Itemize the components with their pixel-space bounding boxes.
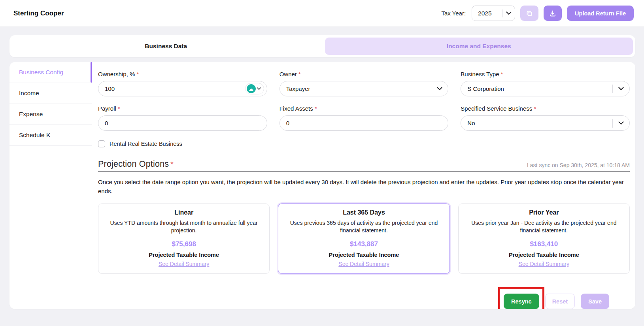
- projection-options-header: Projection Options* Last sync on Sep 30t…: [98, 159, 630, 172]
- card-title: Prior Year: [466, 209, 622, 216]
- business-type-value: [461, 85, 612, 92]
- owner-label: Owner: [280, 71, 297, 77]
- see-detail-summary-link[interactable]: See Detail Summary: [519, 261, 569, 267]
- card-description: Uses previous 365 days of activity as th…: [285, 219, 442, 235]
- save-button[interactable]: Save: [581, 294, 609, 309]
- upload-return-file-button[interactable]: Upload Return File: [567, 6, 634, 21]
- rental-real-estate-row: Rental Real Estate Business: [98, 140, 630, 147]
- download-icon: [549, 10, 556, 17]
- sidebar-item-expense[interactable]: Expense: [9, 104, 92, 125]
- projection-card-prior-year[interactable]: Prior Year Uses prior year Jan - Dec act…: [458, 204, 630, 274]
- payroll-label: Payroll: [98, 105, 116, 112]
- required-marker: *: [501, 71, 503, 77]
- download-button[interactable]: [544, 6, 562, 21]
- field-fixed-assets: Fixed Assets*: [280, 105, 449, 131]
- payroll-input[interactable]: [98, 120, 267, 126]
- copy-icon: [526, 10, 533, 17]
- resync-button[interactable]: Resync: [504, 294, 539, 309]
- chevron-down-icon[interactable]: [431, 87, 448, 90]
- required-marker: *: [315, 105, 317, 112]
- projection-options-title: Projection Options: [98, 159, 169, 169]
- copy-button[interactable]: [520, 6, 538, 21]
- projected-income-amount: $143,887: [285, 240, 442, 248]
- chevron-down-icon: [503, 11, 515, 15]
- rental-real-estate-checkbox[interactable]: [98, 140, 105, 147]
- specified-service-label: Specified Service Business: [461, 105, 532, 112]
- last-sync-timestamp: Last sync on Sep 30th, 2025, at 10:18 AM: [527, 162, 630, 169]
- app-header: Sterling Cooper Tax Year: 2025 Upload Re…: [0, 0, 644, 27]
- see-detail-summary-link[interactable]: See Detail Summary: [338, 261, 389, 267]
- field-business-type: Business Type*: [461, 71, 630, 96]
- card-description: Uses prior year Jan - Dec activity as th…: [466, 219, 622, 235]
- owner-avatar-icon: [247, 84, 256, 93]
- tax-year-value: 2025: [472, 10, 502, 17]
- required-marker: *: [118, 105, 120, 112]
- tab-income-and-expenses[interactable]: Income and Expenses: [323, 35, 636, 57]
- main-panel: Business Config Income Expense Schedule …: [9, 62, 635, 309]
- tax-year-select[interactable]: 2025: [472, 6, 515, 21]
- main-tabs: Business Data Income and Expenses: [9, 35, 635, 57]
- projection-card-last-365-days[interactable]: Last 365 Days Uses previous 365 days of …: [278, 204, 449, 274]
- reset-button[interactable]: Reset: [545, 294, 575, 309]
- form-actions: Resync Reset Save: [98, 284, 630, 309]
- fixed-assets-label: Fixed Assets: [280, 105, 313, 112]
- field-specified-service-business: Specified Service Business*: [461, 105, 630, 131]
- see-detail-summary-link[interactable]: See Detail Summary: [159, 261, 209, 267]
- tax-year-label: Tax Year:: [441, 10, 466, 17]
- chevron-down-icon[interactable]: [613, 87, 629, 90]
- owner-value: [280, 85, 431, 92]
- projection-card-linear[interactable]: Linear Uses YTD amounts through last mon…: [98, 204, 270, 274]
- required-marker: *: [534, 105, 536, 112]
- sidebar-item-business-config[interactable]: Business Config: [9, 62, 92, 83]
- company-name: Sterling Cooper: [13, 9, 64, 17]
- projected-income-label: Projected Taxable Income: [285, 252, 442, 258]
- fixed-assets-input[interactable]: [280, 120, 448, 126]
- field-payroll: Payroll*: [98, 105, 267, 131]
- specified-service-select[interactable]: [461, 115, 630, 131]
- ownership-label: Ownership, %: [98, 71, 135, 77]
- business-config-form: Ownership, %* Owne: [92, 62, 635, 309]
- field-owner: Owner*: [280, 71, 449, 96]
- sidebar-item-schedule-k[interactable]: Schedule K: [9, 125, 92, 146]
- section-sidebar: Business Config Income Expense Schedule …: [9, 62, 92, 309]
- specified-service-value: [461, 120, 612, 126]
- sidebar-item-income[interactable]: Income: [9, 83, 92, 104]
- projected-income-label: Projected Taxable Income: [106, 252, 262, 258]
- business-type-label: Business Type: [461, 71, 499, 77]
- projected-income-amount: $163,410: [466, 240, 622, 248]
- required-marker: *: [170, 160, 174, 168]
- ownership-owner-selector[interactable]: [245, 83, 264, 94]
- projection-description: Once you select the date range option yo…: [98, 178, 630, 196]
- card-title: Last 365 Days: [285, 209, 442, 216]
- rental-real-estate-label: Rental Real Estate Business: [110, 141, 182, 147]
- projected-income-label: Projected Taxable Income: [466, 252, 622, 258]
- ownership-input[interactable]: [98, 85, 245, 92]
- projected-income-amount: $75,698: [106, 240, 262, 248]
- owner-select[interactable]: [280, 81, 449, 96]
- chevron-down-icon[interactable]: [613, 121, 629, 125]
- projection-cards: Linear Uses YTD amounts through last mon…: [98, 204, 630, 274]
- required-marker: *: [298, 71, 301, 77]
- card-title: Linear: [106, 209, 262, 216]
- card-description: Uses YTD amounts through last month to a…: [106, 219, 262, 235]
- field-ownership: Ownership, %*: [98, 71, 267, 96]
- business-type-select[interactable]: [461, 81, 630, 96]
- chevron-down-icon: [257, 87, 261, 90]
- tab-business-data[interactable]: Business Data: [9, 35, 323, 57]
- required-marker: *: [136, 71, 139, 77]
